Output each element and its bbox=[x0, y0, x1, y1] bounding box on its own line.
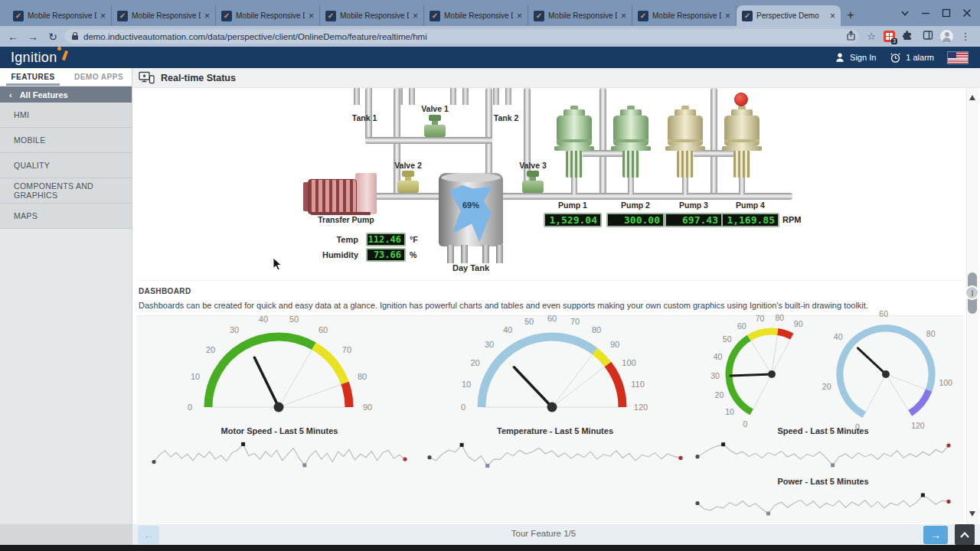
valve3-graphic bbox=[518, 169, 548, 195]
decor bbox=[693, 438, 953, 473]
decor bbox=[693, 488, 953, 520]
sidebar-item-hmi[interactable]: HMI bbox=[0, 103, 132, 128]
alarm-indicator-light bbox=[734, 93, 748, 106]
humidity-value: 73.66 bbox=[374, 249, 401, 260]
chevron-left-icon: ‹ bbox=[9, 90, 12, 99]
tab-favicon: ✓ bbox=[430, 11, 440, 21]
tour-next-button[interactable]: → bbox=[923, 526, 948, 544]
browser-tab-2[interactable]: ✓Mobile Responsive Design× bbox=[112, 5, 216, 26]
url-bar[interactable]: demo.inductiveautomation.com/data/perspe… bbox=[64, 29, 859, 44]
decor bbox=[273, 258, 281, 270]
decor: 80 bbox=[775, 313, 784, 322]
menu-dots-icon[interactable]: ⋮ bbox=[957, 31, 974, 42]
browser-tab-3[interactable]: ✓Mobile Responsive Design× bbox=[216, 5, 320, 26]
tab-title: Mobile Responsive Design bbox=[28, 11, 96, 20]
browser-tab-5[interactable]: ✓Mobile Responsive Design× bbox=[424, 5, 528, 26]
sidebar-item-mobile[interactable]: MOBILE bbox=[0, 128, 132, 153]
pump-rpm-display-2: 300.00 bbox=[606, 213, 665, 227]
tab-close-icon[interactable]: × bbox=[413, 12, 418, 20]
decor: 40 bbox=[503, 325, 512, 334]
new-tab-button[interactable]: + bbox=[841, 5, 861, 26]
lock-icon bbox=[72, 35, 78, 40]
tab-close-icon[interactable]: × bbox=[830, 12, 835, 20]
refresh-icon[interactable]: ↻ bbox=[43, 31, 63, 43]
browser-tab-4[interactable]: ✓Mobile Responsive Design× bbox=[320, 5, 424, 26]
profile-avatar[interactable] bbox=[940, 30, 953, 43]
tab-title: Mobile Responsive Design bbox=[340, 11, 409, 20]
browser-tab-8[interactable]: ✓Perspective Demo× bbox=[737, 5, 841, 26]
pump-graphic-1 bbox=[554, 106, 595, 179]
language-flag-us[interactable] bbox=[948, 52, 968, 64]
browser-tab-6[interactable]: ✓Mobile Responsive Design× bbox=[528, 5, 632, 26]
tab-close-icon[interactable]: × bbox=[725, 12, 730, 20]
all-features-back[interactable]: ‹ All Features bbox=[0, 86, 132, 103]
close-window-icon[interactable] bbox=[956, 0, 977, 26]
tank2-leg bbox=[505, 88, 511, 105]
valve1-label: Valve 1 bbox=[412, 104, 458, 113]
decor bbox=[753, 374, 772, 411]
decor bbox=[924, 31, 933, 39]
app-header: Ignition Sign In 1 alarm bbox=[0, 47, 980, 68]
scrollbar-up-arrow[interactable] bbox=[969, 95, 975, 100]
sign-in-button[interactable]: Sign In bbox=[835, 52, 876, 63]
tab-close-icon[interactable]: × bbox=[100, 12, 106, 20]
tab-close-icon[interactable]: × bbox=[204, 12, 210, 20]
pump-label-2: Pump 2 bbox=[606, 201, 665, 210]
decor: 40 bbox=[714, 352, 723, 361]
tab-features[interactable]: FEATURES bbox=[0, 68, 66, 86]
browser-tab-bar: ✓Mobile Responsive Design×✓Mobile Respon… bbox=[0, 0, 980, 26]
tab-close-icon[interactable]: × bbox=[621, 12, 626, 20]
valve3-label: Valve 3 bbox=[510, 161, 556, 170]
sidebar-item-label: MOBILE bbox=[14, 135, 45, 145]
tab-strip: ✓Mobile Responsive Design×✓Mobile Respon… bbox=[0, 0, 841, 26]
side-panel-icon[interactable] bbox=[920, 30, 936, 43]
tab-favicon: ✓ bbox=[638, 11, 648, 21]
sidebar-item-quality[interactable]: QUALITY bbox=[0, 153, 132, 178]
decor bbox=[923, 30, 933, 41]
browser-tab-7[interactable]: ✓Mobile Responsive Design× bbox=[632, 5, 737, 26]
decor: 50 bbox=[723, 334, 732, 344]
alarm-status-button[interactable]: 1 alarm bbox=[890, 52, 934, 64]
pump-rpm-display-1: 1,529.04 bbox=[544, 213, 602, 227]
sidebar-item-maps[interactable]: MAPS bbox=[0, 204, 132, 229]
realtime-status-icon bbox=[139, 71, 155, 84]
decor: 80 bbox=[592, 325, 601, 334]
decor: DEMO APPS bbox=[74, 73, 123, 81]
scrollbar-grip[interactable] bbox=[965, 285, 979, 300]
scroll-to-top-button[interactable] bbox=[955, 524, 975, 545]
decor bbox=[697, 445, 949, 465]
maximize-icon[interactable] bbox=[936, 0, 956, 26]
scrollbar-down-arrow[interactable] bbox=[969, 511, 975, 517]
gauge-power: 020406080100120 bbox=[806, 309, 967, 432]
valve1-graphic bbox=[420, 113, 450, 139]
decor: 20 bbox=[715, 390, 724, 399]
decor: 60 bbox=[737, 321, 746, 331]
day-tank-label: Day Tank bbox=[433, 263, 509, 272]
tab-demo-apps[interactable]: DEMO APPS bbox=[66, 68, 132, 86]
trend-title: Motor Speed - Last 5 Minutes bbox=[149, 426, 410, 435]
tab-search-icon[interactable] bbox=[894, 0, 915, 26]
back-icon[interactable]: ← bbox=[3, 31, 23, 43]
decor: 50 bbox=[524, 317, 534, 326]
decor bbox=[613, 139, 648, 142]
tab-title: Mobile Responsive Design bbox=[132, 11, 201, 20]
forward-icon[interactable]: → bbox=[23, 31, 43, 43]
minimize-icon[interactable] bbox=[915, 0, 936, 26]
share-icon[interactable] bbox=[842, 31, 859, 43]
tab-close-icon[interactable]: × bbox=[517, 12, 522, 20]
pump-label-3: Pump 3 bbox=[665, 201, 723, 210]
decor bbox=[838, 54, 841, 57]
tab-close-icon[interactable]: × bbox=[309, 12, 314, 20]
decor bbox=[836, 59, 844, 62]
sidebar-item-components-and-graphics[interactable]: COMPONENTS AND GRAPHICS bbox=[0, 178, 132, 204]
extension-icon[interactable]: 3 bbox=[884, 31, 895, 42]
puzzle-extensions-icon[interactable] bbox=[899, 30, 916, 43]
pump-rpm-value: 697.43 bbox=[682, 214, 718, 226]
decor bbox=[355, 173, 377, 214]
tank2-leg bbox=[493, 88, 499, 105]
tour-prev-button[interactable]: ← bbox=[138, 526, 159, 544]
decor bbox=[424, 125, 446, 137]
bookmark-star-icon[interactable]: ☆ bbox=[863, 31, 880, 42]
section-divider bbox=[139, 280, 964, 281]
browser-tab-1[interactable]: ✓Mobile Responsive Design× bbox=[8, 5, 112, 26]
